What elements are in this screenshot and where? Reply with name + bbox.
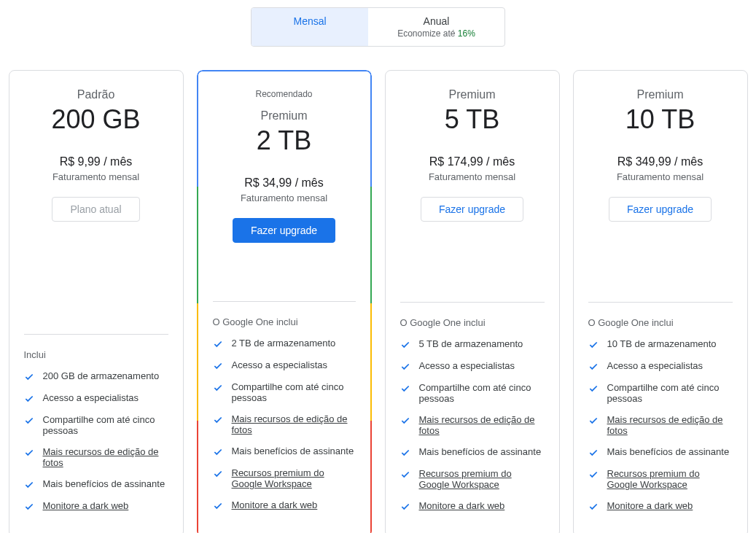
features-title: Inclui — [24, 349, 168, 360]
feature-text: 2 TB de armazenamento — [232, 338, 336, 349]
feature-item: Monitore a dark web — [24, 500, 168, 512]
feature-text: 10 TB de armazenamento — [607, 338, 717, 349]
upgrade-button[interactable]: Fazer upgrade — [421, 197, 523, 222]
feature-link[interactable]: Recursos premium do Google Workspace — [419, 468, 545, 490]
feature-item: Mais benefícios de assinante — [588, 446, 733, 458]
plans-grid: Padrão200 GBR$ 9,99 / mêsFaturamento men… — [7, 70, 749, 533]
features-list: O Google One inclui2 TB de armazenamento… — [198, 302, 370, 533]
plan-billing: Faturamento mensal — [213, 192, 356, 203]
toggle-annual-label: Anual — [397, 15, 475, 27]
feature-item: Recursos premium do Google Workspace — [588, 468, 733, 490]
feature-text: Mais benefícios de assinante — [43, 478, 165, 489]
feature-item: Recursos premium do Google Workspace — [213, 467, 356, 489]
features-list: Inclui200 GB de armazenamentoAcesso a es… — [9, 335, 183, 533]
features-title: O Google One inclui — [400, 317, 545, 328]
check-icon — [588, 362, 599, 372]
feature-link[interactable]: Recursos premium do Google Workspace — [607, 468, 733, 490]
upgrade-button[interactable]: Fazer upgrade — [233, 218, 335, 243]
feature-item: Mais recursos de edição de fotos — [213, 413, 356, 435]
recommended-badge: Recomendado — [213, 89, 356, 99]
feature-link[interactable]: Mais recursos de edição de fotos — [232, 413, 356, 435]
feature-text: Compartilhe com até cinco pessoas — [607, 382, 733, 404]
plan-card: Premium5 TBR$ 174,99 / mêsFaturamento me… — [385, 70, 560, 533]
feature-link[interactable]: Monitore a dark web — [419, 500, 505, 511]
feature-link[interactable]: Mais recursos de edição de fotos — [419, 414, 545, 436]
feature-text: Acesso a especialistas — [232, 359, 328, 370]
feature-text: Mais benefícios de assinante — [607, 446, 730, 457]
plan-size: 2 TB — [213, 125, 356, 156]
plan-card: Padrão200 GBR$ 9,99 / mêsFaturamento men… — [9, 70, 184, 533]
check-icon — [400, 340, 410, 350]
feature-text: Mais benefícios de assinante — [232, 446, 354, 456]
plan-name: Premium — [588, 88, 733, 101]
check-icon — [588, 416, 599, 426]
check-icon — [400, 448, 410, 458]
feature-link[interactable]: Mais recursos de edição de fotos — [607, 414, 733, 436]
plan-top: RecomendadoPremium2 TBR$ 34,99 / mêsFatu… — [198, 71, 370, 257]
check-icon — [213, 501, 223, 511]
check-icon — [588, 384, 599, 394]
feature-item: 10 TB de armazenamento — [588, 338, 733, 350]
check-icon — [24, 480, 34, 490]
check-icon — [588, 502, 599, 512]
feature-item: Mais benefícios de assinante — [24, 478, 168, 490]
feature-item: Acesso a especialistas — [400, 360, 545, 372]
plan-top: Padrão200 GBR$ 9,99 / mêsFaturamento men… — [9, 71, 183, 236]
plan-price: R$ 174,99 / mês — [400, 155, 545, 168]
check-icon — [24, 416, 34, 426]
check-icon — [24, 372, 34, 382]
plan-billing: Faturamento mensal — [588, 171, 733, 182]
feature-link[interactable]: Monitore a dark web — [43, 500, 129, 511]
plan-name: Padrão — [24, 88, 168, 101]
toggle-annual[interactable]: Anual Economize até 16% — [368, 8, 504, 46]
check-icon — [24, 394, 34, 404]
check-icon — [213, 383, 223, 393]
toggle-annual-subtext: Economize até 16% — [397, 28, 475, 39]
feature-item: 200 GB de armazenamento — [24, 370, 168, 382]
check-icon — [24, 448, 34, 458]
plan-top: Premium5 TBR$ 174,99 / mêsFaturamento me… — [386, 71, 559, 236]
plan-price: R$ 34,99 / mês — [213, 176, 356, 190]
feature-item: Mais benefícios de assinante — [213, 446, 356, 457]
check-icon — [588, 340, 599, 350]
check-icon — [400, 502, 410, 512]
feature-text: Acesso a especialistas — [607, 360, 704, 371]
feature-item: Mais recursos de edição de fotos — [588, 414, 733, 436]
features-list: O Google One inclui5 TB de armazenamento… — [386, 303, 559, 533]
feature-text: Compartilhe com até cinco pessoas — [232, 381, 356, 403]
features-list: O Google One inclui10 TB de armazenament… — [574, 303, 747, 533]
check-icon — [213, 469, 223, 479]
check-icon — [213, 339, 223, 349]
plan-size: 10 TB — [588, 104, 733, 135]
feature-text: Compartilhe com até cinco pessoas — [43, 414, 168, 436]
toggle-monthly[interactable]: Mensal — [252, 8, 368, 46]
feature-text: 5 TB de armazenamento — [419, 338, 523, 349]
plan-billing: Faturamento mensal — [400, 171, 545, 182]
feature-item: Compartilhe com até cinco pessoas — [24, 414, 168, 436]
feature-link[interactable]: Mais recursos de edição de fotos — [43, 446, 168, 468]
feature-text: Acesso a especialistas — [419, 360, 515, 371]
check-icon — [400, 362, 410, 372]
plan-card: Premium10 TBR$ 349,99 / mêsFaturamento m… — [573, 70, 748, 533]
feature-link[interactable]: Monitore a dark web — [232, 499, 318, 510]
current-plan-button: Plano atual — [52, 197, 139, 222]
feature-item: 2 TB de armazenamento — [213, 338, 356, 349]
plan-card: RecomendadoPremium2 TBR$ 34,99 / mêsFatu… — [197, 70, 372, 533]
feature-text: Mais benefícios de assinante — [419, 446, 542, 457]
feature-text: 200 GB de armazenamento — [43, 370, 160, 381]
plan-size: 5 TB — [400, 104, 545, 135]
feature-item: 5 TB de armazenamento — [400, 338, 545, 350]
feature-link[interactable]: Monitore a dark web — [607, 500, 693, 511]
check-icon — [588, 470, 599, 480]
feature-link[interactable]: Recursos premium do Google Workspace — [232, 467, 356, 489]
plan-name: Premium — [213, 109, 356, 122]
upgrade-button[interactable]: Fazer upgrade — [609, 197, 712, 222]
check-icon — [400, 470, 410, 480]
toggle-monthly-label: Mensal — [294, 15, 327, 27]
feature-text: Acesso a especialistas — [43, 392, 139, 403]
check-icon — [24, 502, 34, 512]
check-icon — [213, 361, 223, 371]
features-title: O Google One inclui — [213, 316, 356, 327]
feature-item: Compartilhe com até cinco pessoas — [588, 382, 733, 404]
check-icon — [400, 384, 410, 394]
